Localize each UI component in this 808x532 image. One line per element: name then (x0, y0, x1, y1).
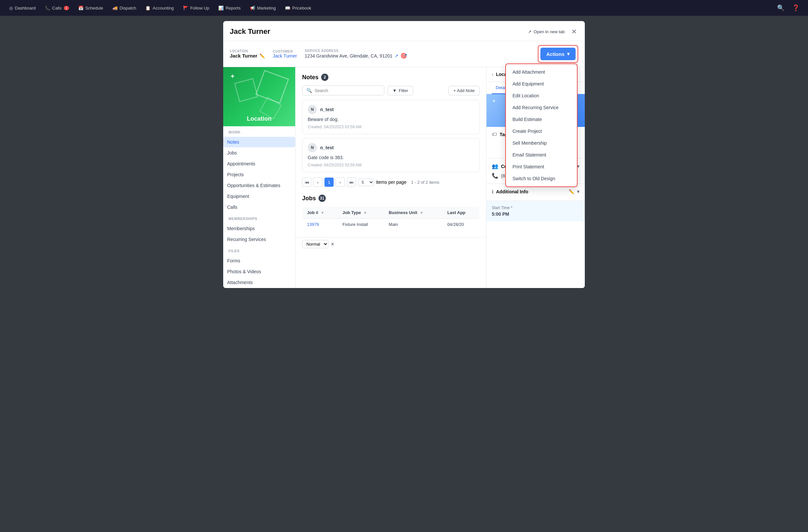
start-time-value: 5:00 PM (492, 212, 580, 217)
dashboard-icon: ◎ (9, 5, 13, 11)
modal-header: Jack Turner ↗ Open in new tab ✕ (223, 21, 585, 41)
service-address-section: SERVICE ADDRESS 1234 Grandview Ave, Glen… (305, 49, 407, 59)
close-x-icon[interactable]: × (331, 241, 334, 247)
dropdown-create-project[interactable]: Create Project (506, 125, 577, 137)
note-2-text: Gate code is 383. (308, 155, 474, 160)
nav-reports[interactable]: 📊 Reports (214, 4, 244, 13)
nav-calls[interactable]: 📞 Calls 1 (41, 4, 73, 13)
marketing-icon: 📢 (250, 5, 255, 11)
normal-select[interactable]: Normal (302, 240, 328, 248)
sidebar-item-forms[interactable]: Forms (223, 256, 295, 266)
col-filter-type-icon[interactable]: ▼ (364, 211, 367, 215)
dropdown-add-recurring-service[interactable]: Add Recurring Service (506, 102, 577, 113)
pagination-first-button[interactable]: ⏮ (302, 178, 311, 187)
modal-close-button[interactable]: ✕ (570, 26, 578, 37)
pagination-last-button[interactable]: ⏭ (347, 178, 356, 187)
sidebar-equipment-label: Equipment (227, 194, 249, 199)
additional-info-collapse-icon[interactable]: ▾ (577, 188, 580, 195)
location-edit-icon[interactable]: ✏️ (259, 53, 265, 58)
location-info-bar: LOCATION Jack Turner ✏️ CUSTOMER Jack Tu… (223, 41, 585, 67)
dropdown-add-attachment[interactable]: Add Attachment (506, 66, 577, 78)
sidebar-item-recurring-services[interactable]: Recurring Services (223, 234, 295, 245)
modal-overlay: Jack Turner ↗ Open in new tab ✕ LOCATION… (0, 16, 808, 532)
nav-schedule[interactable]: 📅 Schedule (74, 4, 107, 13)
dropdown-add-equipment[interactable]: Add Equipment (506, 78, 577, 90)
sidebar-item-equipment[interactable]: Equipment (223, 191, 295, 202)
jobs-table: Job # ▼ Job Type ▼ Business Unit (302, 206, 480, 231)
sidebar-item-jobs[interactable]: Jobs (223, 148, 295, 158)
chevron-right-icon: › (492, 72, 493, 77)
modal-title: Jack Turner (230, 27, 270, 36)
nav-marketing-label: Marketing (257, 5, 276, 11)
items-count-label: 1 - 2 of 2 items (411, 180, 440, 185)
job-type-cell: Fixture Install (338, 219, 384, 231)
sidebar-item-photos-videos[interactable]: Photos & Videos (223, 266, 295, 277)
per-page-select[interactable]: 5 10 25 50 (358, 179, 374, 186)
nav-accounting[interactable]: 📋 Accounting (141, 4, 178, 13)
dropdown-email-statement[interactable]: Email Statement (506, 149, 577, 161)
dropdown-edit-location[interactable]: Edit Location (506, 90, 577, 102)
nav-pricebook[interactable]: 📖 Pricebook (281, 4, 315, 13)
nav-dashboard[interactable]: ◎ Dashboard (5, 4, 40, 13)
filter-icon: ▼ (392, 88, 397, 93)
reports-icon: 📊 (218, 5, 223, 11)
service-address-value: 1234 Grandview Ave, Glendale, CA, 91201 … (305, 53, 407, 59)
jobs-col-lastapp: Last App (443, 207, 480, 219)
open-new-tab-button[interactable]: ↗ Open in new tab (528, 29, 565, 34)
sidebar-work-label: WORK (228, 130, 290, 134)
nav-marketing[interactable]: 📢 Marketing (246, 4, 280, 13)
jobs-col-lastapp-label: Last App (447, 210, 465, 215)
sidebar-attachments-label: Attachments (227, 280, 253, 285)
col-filter-num-icon[interactable]: ▼ (321, 211, 325, 215)
additional-info-header: ℹ Additional Info ✏️ ▾ (492, 188, 580, 195)
location-label: LOCATION (230, 49, 265, 53)
jobs-col-type: Job Type ▼ (338, 207, 384, 219)
sidebar-item-memberships[interactable]: Memberships (223, 223, 295, 234)
location-banner: ✦ Location (223, 67, 295, 126)
sparkles-icon: ✦ (230, 72, 235, 80)
job-num-link[interactable]: 13979 (307, 222, 319, 227)
sidebar-item-opportunities[interactable]: Opportunities & Estimates (223, 180, 295, 191)
dropdown-sell-membership[interactable]: Sell Membership (506, 137, 577, 149)
note-1-text: Beware of dog. (308, 117, 474, 122)
note-1-author-name: n_test (320, 107, 334, 112)
dropdown-print-statement[interactable]: Print Statement (506, 161, 577, 172)
customer-link[interactable]: Jack Turner (273, 53, 297, 58)
sparkle-icon: ✦ (492, 98, 496, 104)
pagination-next-button[interactable]: › (336, 178, 345, 187)
note-card-2: N n_test Gate code is 383. Created: 04/2… (302, 138, 480, 172)
nav-dispatch[interactable]: 🚚 Dispatch (109, 4, 140, 13)
add-note-button[interactable]: + Add Note (448, 86, 480, 95)
jobs-title: Jobs (302, 195, 316, 202)
nav-followup[interactable]: 🚩 Follow Up (179, 4, 213, 13)
sidebar-item-notes[interactable]: Notes (223, 137, 295, 147)
notes-search-input[interactable] (315, 88, 380, 93)
sidebar-item-projects[interactable]: Projects (223, 169, 295, 180)
pagination-prev-button[interactable]: ‹ (313, 178, 323, 187)
actions-button[interactable]: Actions ▾ (540, 48, 575, 60)
col-filter-unit-icon[interactable]: ▼ (420, 211, 423, 215)
notes-search-box: 🔍 (302, 86, 384, 95)
jobs-count-badge: 31 (318, 195, 326, 202)
pagination-page-1-button[interactable]: 1 (325, 178, 334, 187)
sidebar-item-appointments[interactable]: Appointments (223, 159, 295, 169)
note-1-avatar: N (308, 105, 317, 114)
jobs-section-header: Jobs 31 (302, 195, 480, 202)
search-button[interactable]: 🔍 (774, 2, 788, 14)
address-external-link-icon[interactable]: ↗ (394, 53, 399, 58)
sidebar-item-calls[interactable]: Calls (223, 202, 295, 213)
notes-filter-label: Filter (399, 88, 408, 93)
sidebar-item-attachments[interactable]: Attachments (223, 277, 295, 288)
help-button[interactable]: ❓ (789, 2, 803, 14)
additional-info-edit-icon[interactable]: ✏️ (569, 189, 574, 194)
schedule-icon: 📅 (78, 5, 84, 11)
notes-filter-button[interactable]: ▼ Filter (388, 86, 413, 95)
note-card-1: N n_test Beware of dog. Created: 04/25/2… (302, 100, 480, 134)
location-name-value: Jack Turner ✏️ (230, 53, 265, 58)
dropdown-switch-old-design[interactable]: Switch to Old Design (506, 172, 577, 184)
dropdown-build-estimate[interactable]: Build Estimate (506, 113, 577, 125)
sidebar-notes-label: Notes (227, 140, 239, 145)
address-map-icon[interactable]: 🎯 (400, 53, 407, 59)
sidebar-calls-label: Calls (227, 204, 237, 210)
jobs-table-header-row: Job # ▼ Job Type ▼ Business Unit (302, 207, 480, 219)
